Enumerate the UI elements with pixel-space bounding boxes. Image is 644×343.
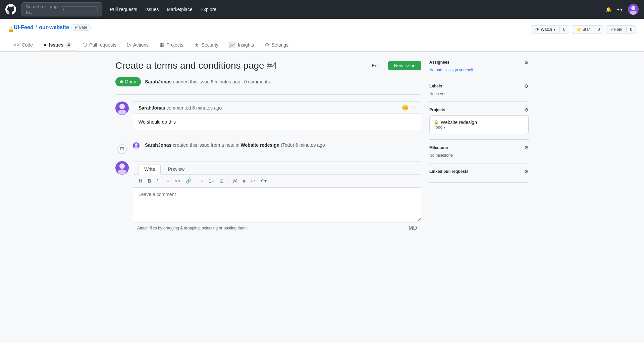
svg-point-6 xyxy=(119,163,125,169)
svg-point-4 xyxy=(135,143,138,146)
opened-text: opened this issue 6 minutes ago xyxy=(173,79,240,84)
code-button[interactable]: <> xyxy=(173,177,182,185)
svg-point-2 xyxy=(119,104,125,109)
svg-point-5 xyxy=(134,146,139,149)
tab-code[interactable]: <> Code xyxy=(8,39,38,51)
svg-point-0 xyxy=(631,6,635,10)
milestone-content: No milestone xyxy=(429,153,529,158)
tab-settings[interactable]: ⚙ Settings xyxy=(259,39,294,51)
edit-button[interactable]: Edit xyxy=(366,61,385,70)
projects-gear-button[interactable]: ⚙ xyxy=(524,107,529,113)
link-button[interactable]: 🔗 xyxy=(184,177,193,185)
tab-insights[interactable]: 📈 Insights xyxy=(224,39,259,51)
comments-text: 0 comments xyxy=(244,79,270,84)
milestone-section: Milestone ⚙ No milestone xyxy=(429,140,529,163)
activity-icon-wrapper xyxy=(115,142,129,156)
milestone-gear-button[interactable]: ⚙ xyxy=(524,145,529,150)
comment-author-avatar xyxy=(115,101,129,115)
linked-prs-section: Linked pull requests ⚙ xyxy=(429,163,529,183)
task-list-button[interactable]: ☑ xyxy=(218,177,225,185)
emoji-reaction-button[interactable]: 😊 xyxy=(402,105,409,111)
quote-button[interactable]: ≡ xyxy=(165,177,171,185)
activity-author[interactable]: SarahJonas xyxy=(145,142,171,148)
security-icon: ⛨ xyxy=(194,42,200,48)
github-logo[interactable] xyxy=(5,4,16,15)
issue-author[interactable]: SarahJonas xyxy=(145,79,171,84)
assign-yourself-link[interactable]: No one—assign yourself xyxy=(429,68,473,72)
actions-icon: ▷ xyxy=(127,42,131,48)
watch-chevron-icon: ▾ xyxy=(553,27,555,32)
repo-header: 🔒 UI-Feed / our-website Private 👁 Watch … xyxy=(0,19,644,52)
undo-button[interactable]: ↶▾ xyxy=(259,177,268,185)
comment-body: We should do this xyxy=(133,114,421,130)
activity-connector xyxy=(122,136,122,140)
comment-header-actions: 😊 ··· xyxy=(402,105,416,111)
project-status[interactable]: Todo ▾ xyxy=(434,125,524,130)
toolbar-sep-1 xyxy=(162,178,162,184)
issue-meta: Open SarahJonas opened this issue 6 minu… xyxy=(115,77,421,86)
search-kbd: / xyxy=(61,6,98,12)
nav-marketplace[interactable]: Marketplace xyxy=(164,5,195,13)
nav-pull-requests[interactable]: Pull requests xyxy=(107,5,140,13)
fork-button[interactable]: ⑂ Fork xyxy=(606,25,627,33)
repo-name-link[interactable]: our-website xyxy=(39,24,69,30)
tab-pull-requests[interactable]: ⬡ Pull requests xyxy=(77,39,122,51)
search-box[interactable]: Search or jump to... / xyxy=(21,2,102,16)
bold-button[interactable]: B xyxy=(146,177,153,185)
reference-button[interactable]: # xyxy=(241,177,247,185)
project-status-chevron-icon: ▾ xyxy=(444,126,445,129)
svg-point-7 xyxy=(118,169,126,174)
tab-issues[interactable]: ● Issues 4 xyxy=(38,39,77,51)
milestone-title: Milestone ⚙ xyxy=(429,145,529,150)
eye-icon: 👁 xyxy=(535,27,539,32)
issues-badge: 4 xyxy=(65,42,72,48)
project-name: 🔒 Website redesign xyxy=(434,120,524,125)
watch-button[interactable]: 👁 Watch ▾ xyxy=(531,25,560,33)
user-avatar[interactable] xyxy=(628,4,639,15)
tab-actions[interactable]: ▷ Actions xyxy=(122,39,154,51)
nav-explore[interactable]: Explore xyxy=(198,5,219,13)
heading-button[interactable]: H xyxy=(137,177,144,185)
star-icon: ⭐ xyxy=(576,27,581,32)
tab-projects[interactable]: ▦ Projects xyxy=(154,39,189,51)
plus-button[interactable]: + ▾ xyxy=(617,7,623,12)
repo-actions: 👁 Watch ▾ 0 ⭐ Star 0 ⑂ Fork 0 xyxy=(531,25,636,33)
labels-section: Labels ⚙ None yet xyxy=(429,78,529,102)
top-nav-actions: 🔔 + ▾ xyxy=(606,4,639,15)
pr-icon: ⬡ xyxy=(83,42,87,48)
projects-section: Projects ⚙ 🔒 Website redesign Todo ▾ xyxy=(429,102,529,140)
activity-project-link[interactable]: Website redesign xyxy=(241,142,280,148)
italic-button[interactable]: I xyxy=(155,177,159,185)
lock-icon: 🔒 xyxy=(8,27,14,32)
issue-title: Create a terms and conditions page #4 xyxy=(115,60,277,72)
reply-textarea[interactable] xyxy=(133,188,421,221)
write-tab[interactable]: Write xyxy=(139,164,161,175)
assignees-section: Assignees ⚙ No one—assign yourself xyxy=(429,60,529,78)
reply-box: Write Preview H B I ≡ <> 🔗 ≡ 1≡ ☑ @ xyxy=(133,161,421,234)
status-dot xyxy=(120,80,123,83)
search-placeholder: Search or jump to... xyxy=(26,4,58,15)
labels-gear-button[interactable]: ⚙ xyxy=(524,83,529,89)
comment-author[interactable]: SarahJonas xyxy=(139,105,165,111)
preview-tab[interactable]: Preview xyxy=(162,164,190,174)
unordered-list-button[interactable]: ≡ xyxy=(199,177,205,185)
code-icon: <> xyxy=(13,42,20,48)
nav-issues[interactable]: Issues xyxy=(143,5,161,13)
notifications-button[interactable]: 🔔 xyxy=(606,7,611,12)
comment-header: SarahJonas commented 6 minutes ago 😊 ··· xyxy=(133,102,421,114)
star-button[interactable]: ⭐ Star xyxy=(572,25,594,33)
assignees-gear-button[interactable]: ⚙ xyxy=(524,60,529,65)
repo-owner-link[interactable]: UI-Feed xyxy=(14,24,34,30)
reply-toolbar: H B I ≡ <> 🔗 ≡ 1≡ ☑ @ # ↩ ↶▾ xyxy=(133,175,421,188)
linked-prs-gear-button[interactable]: ⚙ xyxy=(524,169,529,174)
comment-more-button[interactable]: ··· xyxy=(411,105,416,111)
top-nav-links: Pull requests Issues Marketplace Explore xyxy=(107,5,219,13)
reply-icon-button[interactable]: ↩ xyxy=(249,177,257,185)
tab-security[interactable]: ⛨ Security xyxy=(189,39,224,51)
reply-tabs: Write Preview xyxy=(133,161,421,175)
ordered-list-button[interactable]: 1≡ xyxy=(207,177,216,185)
project-lock-icon: 🔒 xyxy=(434,120,439,125)
mention-button[interactable]: @ xyxy=(231,177,239,185)
new-issue-button[interactable]: New issue xyxy=(388,61,421,70)
watch-group: 👁 Watch ▾ 0 xyxy=(531,25,569,33)
